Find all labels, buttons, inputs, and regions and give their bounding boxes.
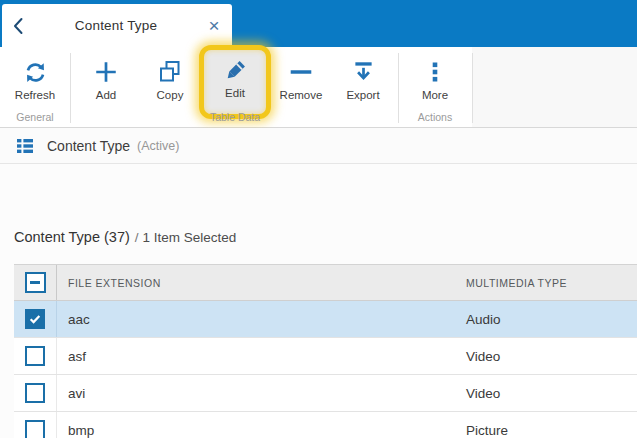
column-header-multimedia-type[interactable]: MULTIMEDIA TYPE xyxy=(455,265,637,300)
toolbar-button-label: More xyxy=(422,89,448,101)
app-window: Content Type × Refresh xyxy=(0,0,637,438)
toolbar-ribbon: Refresh Add Copy xyxy=(0,47,637,128)
ribbon-empty-area xyxy=(472,47,637,127)
cell-multimedia-type: Audio xyxy=(455,301,637,337)
list-header: Content Type (37)/1 Item Selected xyxy=(14,229,236,245)
row-checkbox[interactable] xyxy=(25,383,45,403)
group-separator xyxy=(70,53,71,123)
toolbar-button-label: Edit xyxy=(225,87,245,99)
grid-header-row: FILE EXTENSION MULTIMEDIA TYPE xyxy=(14,264,637,301)
row-checkbox-cell xyxy=(14,338,57,374)
export-button[interactable]: Export xyxy=(334,53,392,115)
cell-multimedia-type: Video xyxy=(455,375,637,411)
selection-summary: 1 Item Selected xyxy=(143,230,237,245)
tab-strip: Content Type × xyxy=(0,0,637,47)
check-icon xyxy=(28,312,42,326)
remove-button[interactable]: Remove xyxy=(272,53,330,115)
row-checkbox[interactable] xyxy=(25,346,45,366)
row-checkbox-cell xyxy=(14,301,57,337)
cell-file-extension: bmp xyxy=(57,412,455,438)
refresh-button[interactable]: Refresh xyxy=(6,53,64,115)
row-checkbox[interactable] xyxy=(25,420,45,438)
row-checkbox-cell xyxy=(14,375,57,411)
minus-icon xyxy=(288,58,314,86)
status-active: (Active) xyxy=(137,139,179,153)
cell-file-extension: asf xyxy=(57,338,455,374)
toolbar-button-label: Refresh xyxy=(15,89,55,101)
list-view-icon xyxy=(16,137,34,155)
select-all-checkbox[interactable] xyxy=(25,272,46,293)
table-row[interactable]: aac Audio xyxy=(14,301,637,338)
copy-icon xyxy=(158,58,182,86)
column-header-file-extension[interactable]: FILE EXTENSION xyxy=(57,265,455,300)
group-separator xyxy=(398,53,399,123)
tab-content-type[interactable]: Content Type × xyxy=(2,4,232,47)
page-title: Content Type (37) xyxy=(14,229,130,245)
plus-icon xyxy=(93,58,119,86)
data-grid: FILE EXTENSION MULTIMEDIA TYPE aac Audio xyxy=(14,264,637,438)
edit-button-highlight-ring: Edit xyxy=(199,45,271,119)
table-row[interactable]: bmp Picture xyxy=(14,412,637,438)
toolbar-button-label: Export xyxy=(346,89,379,101)
refresh-icon xyxy=(23,58,48,86)
content-area: Content Type (37)/1 Item Selected FILE E… xyxy=(0,165,637,438)
cell-file-extension: aac xyxy=(57,301,455,337)
cell-multimedia-type: Picture xyxy=(455,412,637,438)
toolbar-button-label: Copy xyxy=(157,89,184,101)
copy-button[interactable]: Copy xyxy=(142,53,198,115)
module-title: Content Type xyxy=(47,138,130,154)
select-all-cell xyxy=(14,265,57,300)
chevron-left-icon[interactable] xyxy=(2,4,36,47)
group-label-general: General xyxy=(0,111,70,123)
row-checkbox[interactable] xyxy=(25,309,45,329)
cell-file-extension: avi xyxy=(57,375,455,411)
edit-button[interactable]: Edit xyxy=(222,57,248,99)
title-separator: / xyxy=(135,230,139,245)
cell-multimedia-type: Video xyxy=(455,338,637,374)
more-dots-icon xyxy=(423,58,447,86)
close-icon[interactable]: × xyxy=(196,4,232,47)
tab-title: Content Type xyxy=(36,18,196,33)
table-row[interactable]: asf Video xyxy=(14,338,637,375)
group-label-table-data: Table Data xyxy=(74,111,396,123)
table-row[interactable]: avi Video xyxy=(14,375,637,412)
add-button[interactable]: Add xyxy=(78,53,134,115)
group-separator xyxy=(472,53,473,123)
toolbar-button-label: Remove xyxy=(280,89,323,101)
indeterminate-mark-icon xyxy=(30,281,40,284)
toolbar-button-label: Add xyxy=(96,89,116,101)
group-label-actions: Actions xyxy=(400,111,470,123)
module-title-bar: Content Type (Active) xyxy=(0,128,637,164)
row-checkbox-cell xyxy=(14,412,57,438)
more-button[interactable]: More xyxy=(406,53,464,115)
export-icon xyxy=(351,58,376,86)
pencil-icon xyxy=(222,57,248,85)
